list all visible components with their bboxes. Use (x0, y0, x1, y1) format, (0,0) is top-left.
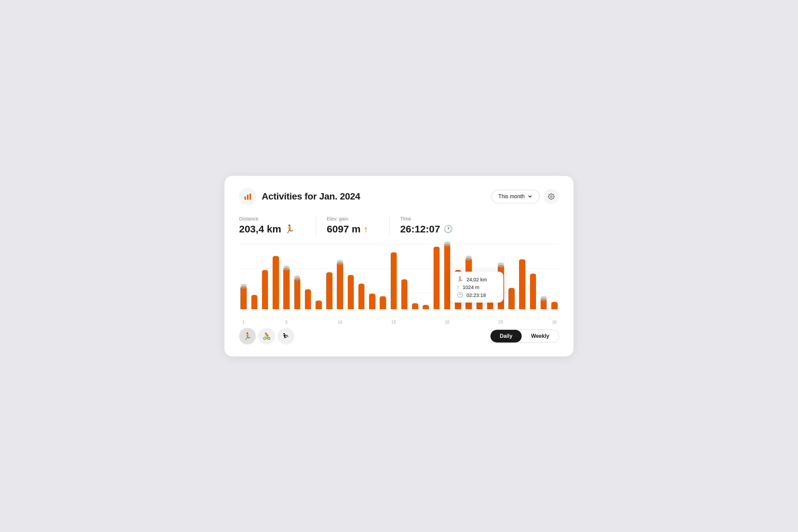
x-axis-label (346, 320, 355, 324)
x-axis-label (314, 320, 323, 324)
bar (241, 286, 247, 309)
x-axis-label (486, 320, 494, 324)
bar (444, 244, 451, 309)
bar-group[interactable] (250, 244, 259, 309)
x-axis-label (357, 320, 366, 324)
bar (294, 278, 301, 309)
bar-cap (444, 242, 451, 246)
bar-group[interactable] (239, 244, 248, 309)
bar-group[interactable] (550, 244, 559, 309)
tooltip-time-value: 02:23:18 (467, 292, 486, 298)
stat-distance-value: 203,4 km 🏃 (239, 224, 294, 235)
bar-group[interactable] (421, 244, 430, 309)
card-header: Activities for Jan. 2024 This month (239, 188, 559, 205)
bar (337, 262, 343, 309)
bars-container (239, 244, 559, 309)
settings-button[interactable] (544, 189, 559, 204)
period-toggle: Daily Weekly (490, 329, 559, 343)
bar-group[interactable] (400, 244, 409, 309)
bar-cap (466, 256, 472, 260)
month-filter-label: This month (498, 193, 525, 200)
bar-cap (540, 296, 547, 301)
bar (348, 275, 354, 309)
x-axis-label (528, 320, 537, 324)
x-axis-label (325, 320, 334, 324)
bar-group[interactable] (314, 244, 323, 309)
gear-icon (548, 193, 555, 200)
bar-cap (337, 260, 343, 265)
bar (423, 305, 429, 309)
stat-time-value: 26:12:07 🕐 (400, 224, 453, 235)
month-filter-button[interactable]: This month (491, 190, 540, 203)
bar-chart-icon (243, 192, 252, 201)
bar-group[interactable] (357, 244, 366, 309)
bar (283, 268, 290, 309)
filter-cycling-icon: 🚴 (263, 332, 271, 340)
bar-group[interactable] (271, 244, 280, 309)
bar (412, 303, 418, 309)
x-axis-label (271, 320, 280, 324)
x-axis-label (464, 320, 473, 324)
bar-cap (498, 263, 504, 267)
bar-group[interactable] (303, 244, 312, 309)
svg-rect-2 (249, 193, 251, 200)
bar (530, 274, 536, 309)
x-axis: 151015202530 (239, 320, 559, 324)
bar-cap (283, 266, 290, 270)
x-axis-label (303, 320, 312, 324)
stat-elevation: Elev. gain 6097 m ↑ (316, 216, 379, 235)
stats-row: Distance 203,4 km 🏃 Elev. gain 6097 m ↑ … (239, 216, 559, 235)
x-axis-label (507, 320, 516, 324)
tooltip-distance-value: 24,02 km (467, 277, 487, 282)
bar-group[interactable] (336, 244, 344, 309)
tooltip-elevation-row: ↑ 1024 m (457, 284, 497, 290)
bar-group[interactable] (346, 244, 355, 309)
stat-distance: Distance 203,4 km 🏃 (239, 216, 305, 235)
bar-group[interactable] (539, 244, 548, 309)
tooltip-distance-row: 🏃 24,02 km (457, 276, 497, 282)
bar (380, 296, 386, 309)
filter-skiing-icon: ⛷ (283, 332, 289, 340)
stat-time-label: Time (400, 216, 453, 222)
x-axis-label (421, 320, 430, 324)
stat-elevation-label: Elev. gain (327, 216, 368, 222)
x-axis-label: 25 (496, 320, 506, 324)
bar-group[interactable] (282, 244, 291, 309)
x-axis-label: 20 (442, 320, 452, 324)
bar-group[interactable] (518, 244, 527, 309)
bar-group[interactable] (292, 244, 302, 309)
bar-group[interactable] (325, 244, 334, 309)
bar-group[interactable] (411, 244, 420, 309)
x-axis-label: 10 (336, 320, 344, 324)
bar-group[interactable] (432, 244, 441, 309)
bar-group[interactable] (389, 244, 398, 309)
x-axis-label (454, 320, 462, 324)
bar (251, 295, 258, 309)
bar (273, 256, 279, 309)
filter-skiing-button[interactable]: ⛷ (278, 328, 294, 344)
tooltip-runner-icon: 🏃 (457, 276, 463, 282)
tooltip-time-row: 🕐 02:23:18 (457, 292, 497, 298)
chart-area: 🏃 24,02 km ↑ 1024 m 🕐 02:23:18 (239, 244, 559, 317)
bar-group[interactable] (378, 244, 387, 309)
stat-time: Time 26:12:07 🕐 (390, 216, 463, 235)
x-axis-label: 1 (239, 320, 248, 324)
bar-group[interactable] (528, 244, 537, 309)
bar-group[interactable] (260, 244, 269, 309)
stat-elevation-value: 6097 m ↑ (327, 224, 368, 235)
bar-cap (241, 284, 247, 289)
elevation-icon: ↑ (364, 225, 368, 234)
tooltip-elevation-value: 1024 m (462, 284, 479, 290)
filter-running-button[interactable]: 🏃 (239, 328, 256, 344)
x-axis-label (378, 320, 387, 324)
filter-cycling-button[interactable]: 🚴 (258, 328, 275, 344)
bar (551, 302, 557, 309)
bar-group[interactable] (368, 244, 377, 309)
bar (519, 259, 525, 309)
svg-rect-0 (244, 196, 246, 200)
period-daily-button[interactable]: Daily (491, 330, 522, 342)
bottom-row: 🏃 🚴 ⛷ Daily Weekly (239, 328, 559, 344)
bar-group[interactable] (507, 244, 516, 309)
x-axis-label (292, 320, 302, 324)
period-weekly-button[interactable]: Weekly (522, 330, 558, 342)
